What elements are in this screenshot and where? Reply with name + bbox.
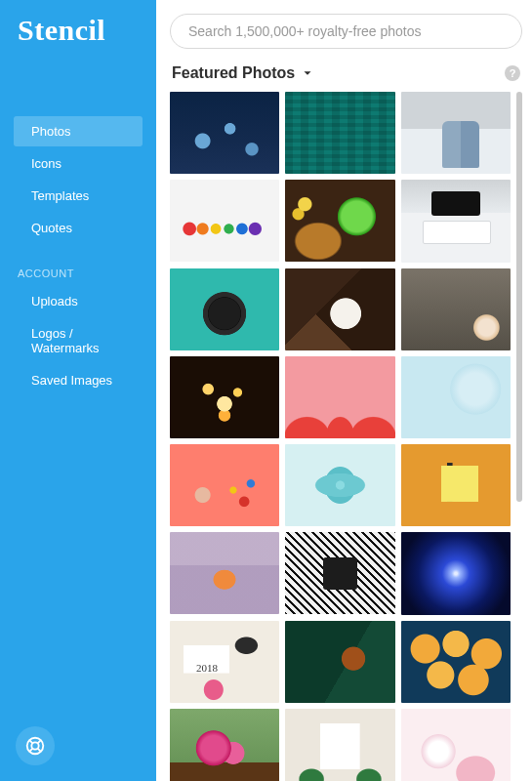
photo-thumb[interactable] [401,180,511,262]
photo-thumb[interactable] [170,268,279,350]
svg-line-2 [29,740,32,743]
sidebar-item-label: Icons [31,156,61,171]
primary-nav: Photos Icons Templates Quotes ACCOUNT Up… [0,115,156,396]
sidebar-item-photos[interactable]: Photos [14,116,143,146]
sidebar-item-templates[interactable]: Templates [14,181,143,211]
photo-thumb[interactable] [401,444,511,526]
photo-thumb[interactable] [285,180,394,262]
svg-point-1 [31,742,38,749]
help-icon[interactable]: ? [505,65,520,81]
photo-thumb[interactable] [170,709,279,781]
sidebar: Stencil Photos Icons Templates Quotes AC… [0,0,156,781]
support-button[interactable] [16,726,55,765]
sidebar-item-label: Photos [31,124,70,139]
photo-grid [170,92,522,781]
photo-thumb[interactable] [285,709,394,781]
photo-thumb[interactable] [401,356,511,438]
photo-scroll-area [170,92,522,781]
svg-line-5 [38,749,41,752]
main-panel: Featured Photos ? [156,0,532,781]
lifebuoy-icon [24,735,46,757]
photo-thumb[interactable] [285,621,394,703]
photo-thumb[interactable] [170,92,279,174]
photo-thumb[interactable] [170,621,279,703]
brand-logo: Stencil [0,14,156,57]
svg-line-3 [38,740,41,743]
sidebar-item-saved-images[interactable]: Saved Images [14,365,143,395]
photo-thumb[interactable] [170,532,279,614]
photo-thumb[interactable] [285,356,394,438]
search-input[interactable] [170,14,522,49]
sidebar-item-label: Quotes [31,221,72,235]
photo-thumb[interactable] [401,532,511,614]
photo-thumb[interactable] [285,92,394,174]
sidebar-item-logos-watermarks[interactable]: Logos / Watermarks [14,318,143,363]
content-header: Featured Photos ? [172,64,520,82]
photo-thumb[interactable] [285,532,394,614]
sidebar-section-account: ACCOUNT [0,250,156,285]
sidebar-item-label: Logos / Watermarks [31,326,100,355]
photo-thumb[interactable] [401,709,511,781]
photo-thumb[interactable] [170,444,279,526]
photo-thumb[interactable] [401,92,511,174]
photo-thumb[interactable] [401,621,511,703]
sidebar-item-quotes[interactable]: Quotes [14,213,143,243]
sidebar-item-uploads[interactable]: Uploads [14,286,143,316]
sidebar-item-icons[interactable]: Icons [14,148,143,179]
svg-line-4 [29,749,32,752]
photo-thumb[interactable] [285,268,394,350]
scrollbar-vertical[interactable] [516,92,522,502]
photo-thumb[interactable] [285,444,394,526]
sidebar-item-label: Saved Images [31,373,112,388]
photo-thumb[interactable] [170,180,279,262]
sidebar-item-label: Templates [31,188,89,203]
chevron-down-icon [301,66,314,80]
featured-photos-dropdown[interactable]: Featured Photos [172,64,314,82]
sidebar-item-label: Uploads [31,294,78,308]
content-title: Featured Photos [172,64,295,82]
photo-thumb[interactable] [170,356,279,438]
photo-thumb[interactable] [401,268,511,350]
